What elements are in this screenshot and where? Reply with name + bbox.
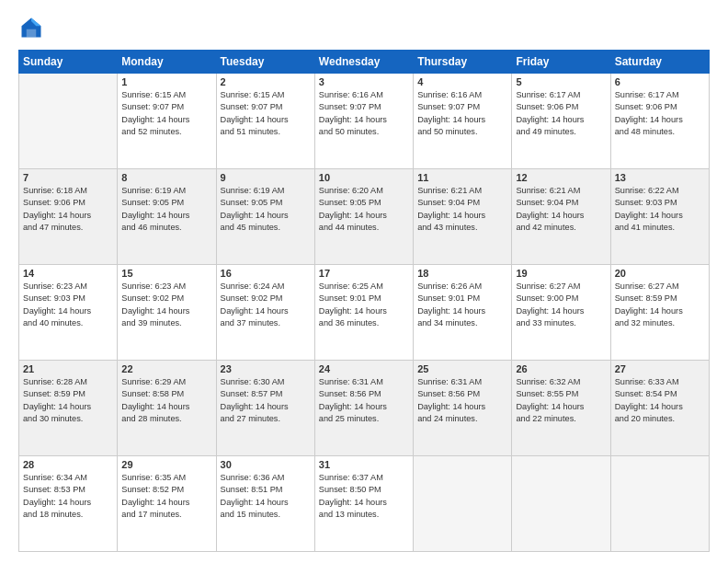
- day-number: 2: [221, 76, 311, 87]
- calendar-week-row: 7Sunrise: 6:18 AM Sunset: 9:06 PM Daylig…: [19, 169, 710, 265]
- weekday-header-saturday: Saturday: [610, 51, 709, 74]
- calendar-cell: 12Sunrise: 6:21 AM Sunset: 9:04 PM Dayli…: [512, 169, 610, 265]
- day-number: 30: [221, 459, 311, 470]
- weekday-header-monday: Monday: [118, 51, 216, 74]
- day-info: Sunrise: 6:17 AM Sunset: 9:06 PM Dayligh…: [516, 89, 606, 138]
- svg-rect-2: [27, 29, 37, 38]
- weekday-header-wednesday: Wednesday: [314, 51, 413, 74]
- day-number: 21: [23, 363, 113, 374]
- day-number: 11: [417, 172, 507, 183]
- day-info: Sunrise: 6:25 AM Sunset: 9:01 PM Dayligh…: [319, 281, 409, 329]
- day-number: 27: [615, 363, 705, 374]
- calendar-cell: 17Sunrise: 6:25 AM Sunset: 9:01 PM Dayli…: [314, 265, 413, 361]
- day-info: Sunrise: 6:27 AM Sunset: 8:59 PM Dayligh…: [615, 281, 705, 329]
- day-number: 3: [319, 76, 409, 87]
- weekday-header-thursday: Thursday: [414, 51, 512, 74]
- day-number: 8: [121, 172, 211, 183]
- day-number: 4: [417, 76, 507, 87]
- day-info: Sunrise: 6:37 AM Sunset: 8:50 PM Dayligh…: [319, 472, 409, 521]
- day-info: Sunrise: 6:31 AM Sunset: 8:56 PM Dayligh…: [417, 376, 507, 425]
- day-info: Sunrise: 6:23 AM Sunset: 9:02 PM Dayligh…: [121, 281, 211, 329]
- day-number: 15: [121, 268, 211, 279]
- logo-icon: [18, 15, 44, 40]
- calendar-cell: 2Sunrise: 6:15 AM Sunset: 9:07 PM Daylig…: [216, 74, 314, 169]
- day-info: Sunrise: 6:19 AM Sunset: 9:05 PM Dayligh…: [221, 185, 311, 234]
- calendar-cell: 24Sunrise: 6:31 AM Sunset: 8:56 PM Dayli…: [314, 361, 413, 456]
- day-info: Sunrise: 6:32 AM Sunset: 8:55 PM Dayligh…: [516, 376, 606, 425]
- day-info: Sunrise: 6:16 AM Sunset: 9:07 PM Dayligh…: [319, 89, 409, 138]
- day-number: 12: [516, 172, 606, 183]
- calendar-cell: 10Sunrise: 6:20 AM Sunset: 9:05 PM Dayli…: [314, 169, 413, 265]
- day-number: 1: [121, 76, 211, 87]
- calendar-cell: 26Sunrise: 6:32 AM Sunset: 8:55 PM Dayli…: [512, 361, 610, 456]
- calendar-cell: 18Sunrise: 6:26 AM Sunset: 9:01 PM Dayli…: [414, 265, 512, 361]
- day-number: 13: [615, 172, 705, 183]
- calendar-cell: 27Sunrise: 6:33 AM Sunset: 8:54 PM Dayli…: [610, 361, 709, 456]
- day-info: Sunrise: 6:17 AM Sunset: 9:06 PM Dayligh…: [615, 89, 705, 138]
- day-info: Sunrise: 6:28 AM Sunset: 8:59 PM Dayligh…: [23, 376, 113, 425]
- day-info: Sunrise: 6:24 AM Sunset: 9:02 PM Dayligh…: [221, 281, 311, 329]
- calendar-cell: 11Sunrise: 6:21 AM Sunset: 9:04 PM Dayli…: [414, 169, 512, 265]
- calendar-cell: 7Sunrise: 6:18 AM Sunset: 9:06 PM Daylig…: [19, 169, 118, 265]
- day-info: Sunrise: 6:33 AM Sunset: 8:54 PM Dayligh…: [615, 376, 705, 425]
- calendar-cell: 25Sunrise: 6:31 AM Sunset: 8:56 PM Dayli…: [414, 361, 512, 456]
- day-number: 28: [23, 459, 113, 470]
- calendar-cell: 4Sunrise: 6:16 AM Sunset: 9:07 PM Daylig…: [414, 74, 512, 169]
- day-number: 19: [516, 268, 606, 279]
- day-number: 6: [615, 76, 705, 87]
- day-number: 31: [319, 459, 409, 470]
- calendar-cell: 6Sunrise: 6:17 AM Sunset: 9:06 PM Daylig…: [610, 74, 709, 169]
- calendar-cell: 5Sunrise: 6:17 AM Sunset: 9:06 PM Daylig…: [512, 74, 610, 169]
- day-info: Sunrise: 6:35 AM Sunset: 8:52 PM Dayligh…: [121, 472, 211, 521]
- day-number: 7: [23, 172, 113, 183]
- day-info: Sunrise: 6:21 AM Sunset: 9:04 PM Dayligh…: [417, 185, 507, 234]
- calendar-week-row: 21Sunrise: 6:28 AM Sunset: 8:59 PM Dayli…: [19, 361, 710, 456]
- day-number: 24: [319, 363, 409, 374]
- calendar-cell: 20Sunrise: 6:27 AM Sunset: 8:59 PM Dayli…: [610, 265, 709, 361]
- day-number: 10: [319, 172, 409, 183]
- calendar-cell: 28Sunrise: 6:34 AM Sunset: 8:53 PM Dayli…: [19, 456, 118, 552]
- calendar-cell: 3Sunrise: 6:16 AM Sunset: 9:07 PM Daylig…: [314, 74, 413, 169]
- day-number: 26: [516, 363, 606, 374]
- day-info: Sunrise: 6:21 AM Sunset: 9:04 PM Dayligh…: [516, 185, 606, 234]
- day-number: 18: [417, 268, 507, 279]
- day-info: Sunrise: 6:16 AM Sunset: 9:07 PM Dayligh…: [417, 89, 507, 138]
- calendar-week-row: 28Sunrise: 6:34 AM Sunset: 8:53 PM Dayli…: [19, 456, 710, 552]
- calendar-cell: 19Sunrise: 6:27 AM Sunset: 9:00 PM Dayli…: [512, 265, 610, 361]
- calendar-cell: 15Sunrise: 6:23 AM Sunset: 9:02 PM Dayli…: [118, 265, 216, 361]
- day-info: Sunrise: 6:31 AM Sunset: 8:56 PM Dayligh…: [319, 376, 409, 425]
- calendar-cell: [610, 456, 709, 552]
- day-info: Sunrise: 6:19 AM Sunset: 9:05 PM Dayligh…: [121, 185, 211, 234]
- day-info: Sunrise: 6:27 AM Sunset: 9:00 PM Dayligh…: [516, 281, 606, 329]
- calendar-cell: 8Sunrise: 6:19 AM Sunset: 9:05 PM Daylig…: [118, 169, 216, 265]
- weekday-header-tuesday: Tuesday: [216, 51, 314, 74]
- calendar-cell: 13Sunrise: 6:22 AM Sunset: 9:03 PM Dayli…: [610, 169, 709, 265]
- day-info: Sunrise: 6:29 AM Sunset: 8:58 PM Dayligh…: [121, 376, 211, 425]
- weekday-header-row: SundayMondayTuesdayWednesdayThursdayFrid…: [19, 51, 710, 74]
- day-info: Sunrise: 6:30 AM Sunset: 8:57 PM Dayligh…: [221, 376, 311, 425]
- day-number: 14: [23, 268, 113, 279]
- calendar-cell: 31Sunrise: 6:37 AM Sunset: 8:50 PM Dayli…: [314, 456, 413, 552]
- calendar-cell: 16Sunrise: 6:24 AM Sunset: 9:02 PM Dayli…: [216, 265, 314, 361]
- calendar-cell: [19, 74, 118, 169]
- day-info: Sunrise: 6:20 AM Sunset: 9:05 PM Dayligh…: [319, 185, 409, 234]
- day-info: Sunrise: 6:23 AM Sunset: 9:03 PM Dayligh…: [23, 281, 113, 329]
- day-number: 5: [516, 76, 606, 87]
- day-number: 25: [417, 363, 507, 374]
- calendar-cell: 23Sunrise: 6:30 AM Sunset: 8:57 PM Dayli…: [216, 361, 314, 456]
- day-number: 9: [221, 172, 311, 183]
- weekday-header-sunday: Sunday: [19, 51, 118, 74]
- calendar-cell: [414, 456, 512, 552]
- day-number: 23: [221, 363, 311, 374]
- day-info: Sunrise: 6:34 AM Sunset: 8:53 PM Dayligh…: [23, 472, 113, 521]
- calendar-cell: 22Sunrise: 6:29 AM Sunset: 8:58 PM Dayli…: [118, 361, 216, 456]
- calendar-cell: 1Sunrise: 6:15 AM Sunset: 9:07 PM Daylig…: [118, 74, 216, 169]
- calendar-week-row: 14Sunrise: 6:23 AM Sunset: 9:03 PM Dayli…: [19, 265, 710, 361]
- day-number: 20: [615, 268, 705, 279]
- day-info: Sunrise: 6:15 AM Sunset: 9:07 PM Dayligh…: [121, 89, 211, 138]
- calendar-week-row: 1Sunrise: 6:15 AM Sunset: 9:07 PM Daylig…: [19, 74, 710, 169]
- weekday-header-friday: Friday: [512, 51, 610, 74]
- calendar-cell: [512, 456, 610, 552]
- day-info: Sunrise: 6:26 AM Sunset: 9:01 PM Dayligh…: [417, 281, 507, 329]
- calendar-table: SundayMondayTuesdayWednesdayThursdayFrid…: [18, 50, 710, 552]
